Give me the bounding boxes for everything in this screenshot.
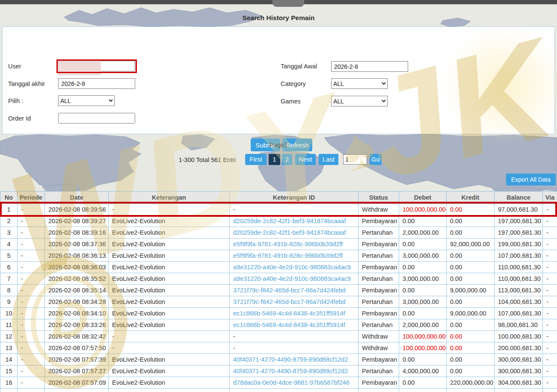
cell-kredit: 0.00: [447, 262, 495, 273]
cell-status: Pertaruhan: [358, 296, 399, 308]
cell-status: Pembayaran: [358, 239, 399, 250]
table-row: 14 - 2026-02-08 07:57:39 EvoLive2-Evolut…: [0, 354, 557, 365]
pagination-page-1-button[interactable]: 1: [269, 154, 280, 165]
tanggal-awal-input[interactable]: [331, 61, 408, 72]
cell-kredit: 0.00: [447, 365, 495, 377]
games-label: Games: [281, 98, 301, 105]
pagination-last-button[interactable]: Last: [319, 154, 338, 165]
header-keterangan: Keterangan: [109, 192, 230, 204]
cell-keterangan: -: [109, 342, 230, 354]
cell-debet: 2,000,000.00: [399, 319, 447, 331]
cell-debet: 2,000,000.00: [399, 227, 447, 239]
cell-periode: -: [18, 354, 45, 365]
category-select[interactable]: ALL: [331, 78, 388, 89]
page-title: Search History Pemain: [0, 14, 557, 22]
cell-keterangan: EvoLive2-Evolution: [109, 354, 230, 365]
cell-no: 10: [0, 308, 18, 319]
cell-keterangan-id-link[interactable]: a9e31220-a40e-4e2d-910c-980883ca4ac9: [230, 273, 358, 285]
cell-date: 2026-02-08 07:57:39: [45, 354, 109, 365]
cell-keterangan: EvoLive2-Evolution: [109, 319, 230, 331]
cell-kredit: 9,000,000.00: [447, 308, 495, 319]
export-all-data-button[interactable]: Export All Data: [506, 174, 556, 186]
cell-keterangan-id-link[interactable]: ec1c866b-5469-4c4d-8438-4c351ff5914f: [230, 308, 358, 319]
pagination-first-button[interactable]: First: [245, 154, 267, 165]
cell-debet: 4,000,000.00: [399, 365, 447, 377]
cell-keterangan-id-link[interactable]: 40f40371-4270-4490-8759-890d88cf12d2: [230, 365, 358, 377]
cell-debet: 0.00: [399, 285, 447, 296]
cell-kredit: 0.00: [447, 204, 495, 215]
pagination-go-button[interactable]: Go: [370, 154, 382, 165]
cell-date: 2026-02-08 07:57:09: [45, 377, 109, 389]
cell-keterangan-id-link[interactable]: d78dac0a-0e0d-4dce-9681-97b6587bf246: [230, 377, 358, 389]
cell-periode: -: [18, 250, 45, 262]
pilih-select[interactable]: ALL: [58, 95, 115, 106]
cell-keterangan: -: [109, 204, 230, 215]
history-table-header: No Periode Date Keterangan Keterangan ID…: [0, 192, 557, 204]
cell-periode: -: [18, 377, 45, 389]
cell-keterangan-id-link: -: [230, 331, 358, 342]
cell-periode: -: [18, 331, 45, 342]
table-row: 6 - 2026-02-08 08:36:03 EvoLive2-Evoluti…: [0, 262, 557, 273]
cell-keterangan-id-link[interactable]: 3721f79c-f842-465d-bcc7-86a7d424febd: [230, 296, 358, 308]
header-via: Via: [543, 192, 557, 204]
cell-date: 2026-02-08 08:39:16: [45, 227, 109, 239]
cell-balance: 97,000,681.30: [495, 204, 543, 215]
tanggal-awal-label: Tanggal Awal: [281, 63, 317, 70]
cell-status: Pertaruhan: [358, 273, 399, 285]
cell-no: 15: [0, 365, 18, 377]
cell-keterangan-id-link[interactable]: ec1c866b-5469-4c4d-8438-4c351ff5914f: [230, 319, 358, 331]
cell-no: 9: [0, 296, 18, 308]
cell-keterangan-id-link[interactable]: d20259de-2c82-42f1-bef3-941874bcaaaf: [230, 215, 358, 227]
category-label: Category: [281, 80, 306, 87]
cell-status: Pertaruhan: [358, 250, 399, 262]
cell-balance: 304,000,681.30: [495, 377, 543, 389]
cell-keterangan: EvoLive2-Evolution: [109, 365, 230, 377]
games-select[interactable]: ALL: [331, 96, 388, 106]
cell-debet: 3,000,000.00: [399, 296, 447, 308]
cell-debet: 0.00: [399, 377, 447, 389]
order-id-input[interactable]: [58, 113, 135, 124]
cell-keterangan-id-link: -: [230, 342, 358, 354]
table-row: 8 - 2026-02-08 08:35:14 EvoLive2-Evoluti…: [0, 285, 557, 296]
cell-balance: 300,000,681.30: [495, 365, 543, 377]
cell-keterangan-id-link[interactable]: e5f9f9fa-9781-491b-828c-996b0b39d2ff: [230, 250, 358, 262]
pagination-goto-input[interactable]: [343, 154, 367, 165]
tanggal-akhir-input[interactable]: [58, 78, 135, 89]
user-value-redaction: [58, 61, 101, 75]
cell-via: -: [543, 296, 557, 308]
cell-keterangan-id-link[interactable]: 3721f79c-f842-465d-bcc7-86a7d424febd: [230, 285, 358, 296]
header-no: No: [0, 192, 18, 204]
cell-via: -: [543, 204, 557, 215]
table-row: 3 - 2026-02-08 08:39:16 EvoLive2-Evoluti…: [0, 227, 557, 239]
pagination-page-2-button[interactable]: 2: [282, 154, 292, 165]
cell-no: 8: [0, 285, 18, 296]
cell-no: 7: [0, 273, 18, 285]
table-row: 12 - 2026-02-08 08:32:42 - - Withdraw 10…: [0, 331, 557, 342]
cell-via: -: [543, 215, 557, 227]
cell-via: -: [543, 239, 557, 250]
cell-keterangan: EvoLive2-Evolution: [109, 308, 230, 319]
cell-debet: 0.00: [399, 262, 447, 273]
cell-status: Pertaruhan: [358, 365, 399, 377]
search-history-page: Search History Pemain User Tanggal akhir…: [0, 0, 557, 392]
cell-periode: -: [18, 273, 45, 285]
cell-no: 16: [0, 377, 18, 389]
table-row: 11 - 2026-02-08 08:33:26 EvoLive2-Evolut…: [0, 319, 557, 331]
cell-kredit: 0.00: [447, 250, 495, 262]
cell-kredit: 0.00: [447, 319, 495, 331]
cell-status: Withdraw: [358, 331, 399, 342]
cell-via: -: [543, 377, 557, 389]
cell-periode: -: [18, 308, 45, 319]
cell-date: 2026-02-08 07:57:27: [45, 365, 109, 377]
pagination-next-button[interactable]: Next: [295, 154, 316, 165]
cell-keterangan-id-link[interactable]: e5f9f9fa-9781-491b-828c-996b0b39d2ff: [230, 239, 358, 250]
cell-balance: 107,000,681.30: [495, 308, 543, 319]
cell-periode: -: [18, 262, 45, 273]
cell-kredit: 0.00: [447, 342, 495, 354]
cell-keterangan-id-link[interactable]: a9e31220-a40e-4e2d-910c-980883ca4ac9: [230, 262, 358, 273]
cell-keterangan-id-link[interactable]: d20259de-2c82-42f1-bef3-941874bcaaaf: [230, 227, 358, 239]
cell-debet: 100,000,000.00: [399, 331, 447, 342]
cell-keterangan: EvoLive2-Evolution: [109, 262, 230, 273]
partial-row: [0, 389, 557, 392]
cell-keterangan-id-link[interactable]: 40f40371-4270-4490-8759-890d88cf12d2: [230, 354, 358, 365]
